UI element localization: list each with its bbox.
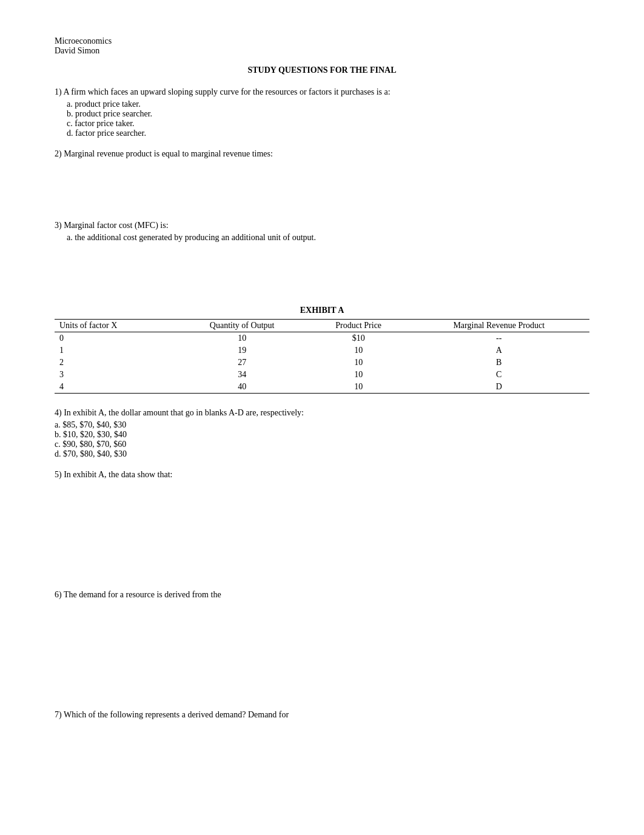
question-3: 3) Marginal factor cost (MFC) is: a. the… xyxy=(55,221,589,291)
table-cell-r4-c1: 40 xyxy=(175,381,309,394)
question-5: 5) In exhibit A, the data show that: xyxy=(55,470,589,579)
table-cell-r2-c3: B xyxy=(408,357,589,369)
question-3-text: 3) Marginal factor cost (MFC) is: xyxy=(55,221,589,230)
q1-option-d: d. factor price searcher. xyxy=(67,129,589,138)
table-cell-r4-c2: 10 xyxy=(309,381,409,394)
table-cell-r2-c0: 2 xyxy=(55,357,175,369)
table-cell-r1-c3: A xyxy=(408,344,589,357)
page-title: STUDY QUESTIONS FOR THE FINAL xyxy=(55,65,589,75)
table-cell-r2-c2: 10 xyxy=(309,357,409,369)
table-row: 010$10-- xyxy=(55,332,589,345)
q4-number: 4) xyxy=(55,408,62,417)
question-2-text: 2) Marginal revenue product is equal to … xyxy=(55,149,589,159)
table-cell-r0-c3: -- xyxy=(408,332,589,345)
table-row: 33410C xyxy=(55,369,589,381)
q1-option-b: b. product price searcher. xyxy=(67,109,589,119)
header: Microeconomics David Simon xyxy=(55,36,589,56)
table-cell-r2-c1: 27 xyxy=(175,357,309,369)
table-cell-r1-c0: 1 xyxy=(55,344,175,357)
q5-answer-space xyxy=(55,482,589,531)
q4-option-b: b. $10, $20, $30, $40 xyxy=(55,430,589,440)
q6-answer-space-2 xyxy=(55,651,589,699)
table-cell-r1-c1: 19 xyxy=(175,344,309,357)
table-row: 44010D xyxy=(55,381,589,394)
page: Microeconomics David Simon STUDY QUESTIO… xyxy=(0,0,644,835)
q1-option-c: c. factor price taker. xyxy=(67,119,589,129)
question-6: 6) The demand for a resource is derived … xyxy=(55,590,589,699)
q6-text: 6) The demand for a resource is derived … xyxy=(55,590,589,600)
q2-number: 2) xyxy=(55,149,62,158)
q5-number: 5) xyxy=(55,470,62,479)
q3-number: 3) xyxy=(55,221,62,230)
q2-body: Marginal revenue product is equal to mar… xyxy=(64,149,273,158)
table-cell-r1-c2: 10 xyxy=(309,344,409,357)
question-2: 2) Marginal revenue product is equal to … xyxy=(55,149,589,210)
q6-body: The demand for a resource is derived fro… xyxy=(64,590,221,599)
table-cell-r3-c2: 10 xyxy=(309,369,409,381)
exhibit-table: Units of factor X Quantity of Output Pro… xyxy=(55,319,589,394)
table-header-row: Units of factor X Quantity of Output Pro… xyxy=(55,320,589,332)
q1-body: A firm which faces an upward sloping sup… xyxy=(63,87,390,96)
q3-option-a: a. the additional cost generated by prod… xyxy=(67,233,589,243)
q4-body: In exhibit A, the dollar amount that go … xyxy=(64,408,304,417)
q3-body: Marginal factor cost (MFC) is: xyxy=(64,221,168,230)
q5-text: 5) In exhibit A, the data show that: xyxy=(55,470,589,480)
table-cell-r0-c1: 10 xyxy=(175,332,309,345)
question-4: 4) In exhibit A, the dollar amount that … xyxy=(55,408,589,459)
q1-number: 1) xyxy=(55,87,62,96)
table-row: 11910A xyxy=(55,344,589,357)
exhibit-a: EXHIBIT A Units of factor X Quantity of … xyxy=(55,306,589,394)
q7-text: 7) Which of the following represents a d… xyxy=(55,710,589,720)
table-cell-r0-c2: $10 xyxy=(309,332,409,345)
q4-text: 4) In exhibit A, the dollar amount that … xyxy=(55,408,589,418)
question-1-text: 1) A firm which faces an upward sloping … xyxy=(55,87,589,97)
q2-answer-space xyxy=(55,161,589,210)
q1-options: a. product price taker. b. product price… xyxy=(67,99,589,138)
instructor-name: David Simon xyxy=(55,46,589,56)
q4-option-c: c. $90, $80, $70, $60 xyxy=(55,440,589,449)
exhibit-title: EXHIBIT A xyxy=(55,306,589,315)
q3-options: a. the additional cost generated by prod… xyxy=(67,233,589,243)
q6-answer-space xyxy=(55,602,589,651)
q6-number: 6) xyxy=(55,590,62,599)
col-header-2: Quantity of Output xyxy=(175,320,309,332)
q4-option-d: d. $70, $80, $40, $30 xyxy=(55,449,589,459)
question-1: 1) A firm which faces an upward sloping … xyxy=(55,87,589,138)
col-header-1: Units of factor X xyxy=(55,320,175,332)
q3-answer-space xyxy=(55,243,589,291)
table-cell-r3-c1: 34 xyxy=(175,369,309,381)
table-cell-r4-c0: 4 xyxy=(55,381,175,394)
col-header-3: Product Price xyxy=(309,320,409,332)
q7-number: 7) xyxy=(55,710,62,719)
table-cell-r3-c0: 3 xyxy=(55,369,175,381)
q5-body: In exhibit A, the data show that: xyxy=(64,470,172,479)
q4-option-a: a. $85, $70, $40, $30 xyxy=(55,420,589,430)
q5-answer-space-2 xyxy=(55,531,589,579)
table-cell-r0-c0: 0 xyxy=(55,332,175,345)
course-name: Microeconomics xyxy=(55,36,589,46)
table-cell-r4-c3: D xyxy=(408,381,589,394)
q1-option-a: a. product price taker. xyxy=(67,99,589,109)
question-7: 7) Which of the following represents a d… xyxy=(55,710,589,720)
q7-body: Which of the following represents a deri… xyxy=(64,710,289,719)
table-row: 22710B xyxy=(55,357,589,369)
table-cell-r3-c3: C xyxy=(408,369,589,381)
col-header-4: Marginal Revenue Product xyxy=(408,320,589,332)
